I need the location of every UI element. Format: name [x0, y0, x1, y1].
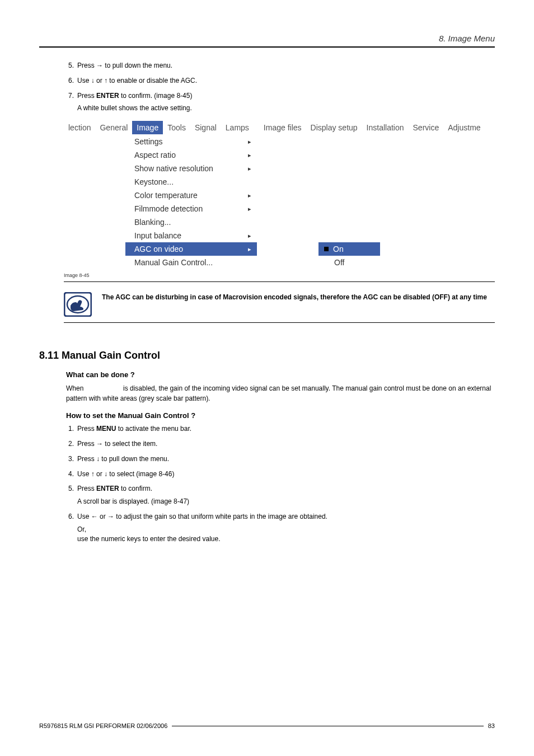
footer-page: 83	[488, 722, 495, 729]
menu-tab-image-files[interactable]: Image files	[259, 121, 306, 134]
step-number: 6.	[66, 512, 74, 543]
drop-label: Keystone...	[134, 177, 174, 186]
step-number: 7.	[66, 91, 74, 114]
agc-submenu: On Off	[318, 242, 380, 269]
step-body: Press MENU to activate the menu bar.	[77, 424, 495, 434]
drop-item-show-native-resolution[interactable]: Show native resolution ▸	[125, 162, 257, 175]
menu-tab-lamps[interactable]: Lamps	[221, 121, 254, 134]
step-number: 5.	[66, 61, 74, 71]
drop-label: Filmmode detection	[134, 204, 203, 213]
step-body: Press ENTER to confirm. A scroll bar is …	[77, 484, 495, 506]
chevron-right-icon: ▸	[248, 165, 251, 172]
chevron-right-icon: ▸	[248, 205, 251, 213]
hand-point-icon	[64, 292, 92, 317]
drop-item-agc-on-video[interactable]: AGC on video ▸	[125, 242, 257, 256]
menu-tab-tools[interactable]: Tools	[163, 121, 190, 134]
step-number: 5.	[66, 484, 74, 506]
step-b-1: 1. Press MENU to activate the menu bar.	[66, 424, 495, 434]
chevron-right-icon: ▸	[248, 232, 251, 240]
chevron-right-icon: ▸	[248, 152, 251, 159]
what-paragraph: When is disabled, the gain of the incomi…	[66, 383, 495, 403]
step-number: 6.	[66, 76, 74, 86]
image-dropdown: Settings ▸ Aspect ratio ▸ Show native re…	[125, 134, 257, 269]
menu-tab-installation[interactable]: Installation	[362, 121, 409, 134]
step-body: Use ↓ or ↑ to enable or disable the AGC.	[77, 76, 495, 86]
step-body-sub2: use the numeric keys to enter the desire…	[77, 534, 495, 544]
drop-item-manual-gain-control[interactable]: Manual Gain Control...	[125, 256, 257, 269]
chevron-right-icon: ▸	[248, 192, 251, 199]
step-b-4: 4. Use ↑ or ↓ to select (image 8-46)	[66, 469, 495, 479]
drop-item-settings[interactable]: Settings ▸	[125, 135, 257, 148]
step-number: 2.	[66, 439, 74, 449]
drop-item-aspect-ratio[interactable]: Aspect ratio ▸	[125, 148, 257, 162]
step-b-6: 6. Use ← or → to adjust the gain so that…	[66, 512, 495, 543]
section-heading: 8.11 Manual Gain Control	[39, 350, 495, 361]
how-heading: How to set the Manual Gain Control ?	[66, 411, 495, 420]
menu-tab-service[interactable]: Service	[409, 121, 444, 134]
footer-rule	[172, 726, 483, 726]
chevron-right-icon: ▸	[248, 246, 251, 253]
what-heading: What can be done ?	[66, 370, 495, 379]
step-body: Use ← or → to adjust the gain so that un…	[77, 512, 495, 543]
submenu-label: On	[333, 245, 344, 253]
drop-label: Show native resolution	[134, 164, 213, 173]
step-body: Press ENTER to confirm. (image 8-45) A w…	[77, 91, 495, 114]
drop-item-keystone[interactable]: Keystone...	[125, 175, 257, 189]
step-b-2: 2. Press → to select the item.	[66, 439, 495, 449]
page-footer: R5976815 RLM G5I PERFORMER 02/06/2006 83	[39, 722, 495, 729]
step-a-7: 7. Press ENTER to confirm. (image 8-45) …	[66, 91, 495, 114]
footer-left: R5976815 RLM G5I PERFORMER 02/06/2006	[39, 722, 167, 729]
drop-label: Blanking...	[134, 218, 171, 227]
drop-item-input-balance[interactable]: Input balance ▸	[125, 229, 257, 242]
note-text: The AGC can be disturbing in case of Mac…	[102, 292, 495, 302]
menu-tab-image[interactable]: Image	[132, 121, 163, 134]
drop-item-blanking[interactable]: Blanking...	[125, 215, 257, 229]
menu-tab-general[interactable]: General	[95, 121, 132, 134]
chapter-header: 8. Image Menu	[39, 34, 495, 43]
menu-tab-adjustme[interactable]: Adjustme	[443, 121, 485, 134]
drop-label: Color temperature	[134, 191, 198, 200]
drop-label: Input balance	[134, 231, 181, 240]
menu-tab-signal[interactable]: Signal	[190, 121, 221, 134]
menu-tab-lection[interactable]: lection	[64, 121, 95, 134]
step-body: Press → to select the item.	[77, 439, 495, 449]
submenu-item-on[interactable]: On	[318, 242, 380, 256]
step-body: Press ↓ to pull down the menu.	[77, 454, 495, 464]
step-number: 4.	[66, 469, 74, 479]
menu-screenshot: lection General Image Tools Signal Lamps…	[64, 121, 506, 269]
step-b-3: 3. Press ↓ to pull down the menu.	[66, 454, 495, 464]
step-body-sub: Or,	[77, 525, 495, 534]
step-a-6: 6. Use ↓ or ↑ to enable or disable the A…	[66, 76, 495, 86]
menu-bar: lection General Image Tools Signal Lamps…	[64, 121, 506, 134]
drop-label: Aspect ratio	[134, 151, 176, 159]
chevron-right-icon: ▸	[248, 138, 251, 145]
drop-item-color-temperature[interactable]: Color temperature ▸	[125, 189, 257, 202]
drop-label: Settings	[134, 137, 163, 146]
steps-list-a: 5. Press → to pull down the menu. 6. Use…	[39, 61, 495, 113]
step-number: 3.	[66, 454, 74, 464]
note-top-rule	[64, 281, 495, 282]
step-body: Press → to pull down the menu.	[77, 61, 495, 71]
bullet-square-icon	[324, 247, 329, 251]
drop-item-filmmode-detection[interactable]: Filmmode detection ▸	[125, 202, 257, 215]
drop-label: AGC on video	[134, 245, 183, 253]
step-b-5: 5. Press ENTER to confirm. A scroll bar …	[66, 484, 495, 506]
step-body: Use ↑ or ↓ to select (image 8-46)	[77, 469, 495, 479]
steps-list-b: 1. Press MENU to activate the menu bar. …	[39, 424, 495, 543]
step-body-sub: A white bullet shows the active setting.	[77, 104, 495, 113]
submenu-label: Off	[334, 258, 344, 267]
submenu-item-off[interactable]: Off	[318, 256, 380, 269]
image-caption: Image 8-45	[64, 273, 495, 278]
step-a-5: 5. Press → to pull down the menu.	[66, 61, 495, 71]
header-rule	[39, 46, 495, 48]
step-number: 1.	[66, 424, 74, 434]
step-body-sub: A scroll bar is displayed. (image 8-47)	[77, 497, 495, 506]
drop-label: Manual Gain Control...	[134, 258, 213, 267]
note-bottom-rule	[64, 322, 495, 323]
menu-tab-display-setup[interactable]: Display setup	[306, 121, 362, 134]
note-block: The AGC can be disturbing in case of Mac…	[64, 292, 495, 317]
